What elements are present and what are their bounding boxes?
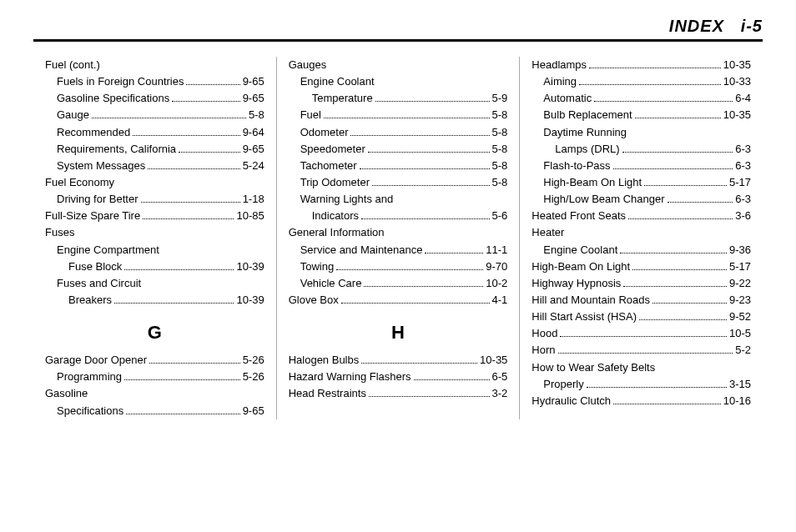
index-entry: Odometer5-8 — [289, 124, 508, 141]
index-entry-label: Fuse Block — [68, 258, 122, 275]
index-entry: System Messages5-24 — [45, 158, 264, 174]
index-entry-label: Hazard Warning Flashers — [289, 369, 411, 385]
index-entry: Trip Odometer5-8 — [289, 174, 508, 191]
index-entry-page: 5-8 — [492, 158, 508, 174]
leader-dots — [141, 202, 240, 203]
index-entry-label: How to Wear Safety Belts — [532, 359, 655, 376]
index-entry: Gauge5-8 — [45, 107, 264, 123]
index-entry-label: Tachometer — [300, 158, 357, 174]
index-entry-label: Hill and Mountain Roads — [532, 292, 650, 309]
leader-dots — [368, 152, 490, 153]
index-entry: Recommended9-64 — [45, 124, 264, 141]
index-entry: Headlamps10-35 — [532, 57, 751, 73]
index-entry: Tachometer5-8 — [289, 158, 508, 174]
index-columns: Fuel (cont.)Fuels in Foreign Countries9-… — [33, 57, 763, 419]
leader-dots — [350, 135, 489, 136]
index-entry-label: Halogen Bulbs — [289, 352, 360, 369]
leader-dots — [594, 101, 733, 102]
section-letter: G — [45, 319, 264, 347]
index-entry-page: 10-35 — [723, 57, 751, 73]
index-entry-label: Warning Lights and — [300, 191, 394, 208]
index-entry: High/Low Beam Changer6-3 — [532, 191, 751, 208]
index-entry-page: 10-39 — [236, 292, 264, 309]
index-entry-page: 9-65 — [243, 90, 264, 107]
index-entry-page: 6-4 — [735, 90, 751, 107]
leader-dots — [361, 363, 477, 364]
leader-dots — [186, 84, 239, 85]
index-entry: Full-Size Spare Tire10-85 — [45, 208, 264, 224]
leader-dots — [579, 84, 721, 85]
index-entry-label: Automatic — [543, 90, 592, 107]
index-entry-page: 3-6 — [735, 208, 751, 224]
index-entry: Glove Box4-1 — [289, 292, 508, 309]
leader-dots — [375, 101, 490, 102]
index-entry-label: Properly — [543, 376, 583, 393]
leader-dots — [622, 152, 733, 153]
index-entry-label: Hydraulic Clutch — [532, 393, 611, 409]
index-entry-label: Horn — [532, 342, 555, 359]
index-entry-label: Hood — [532, 325, 557, 342]
index-entry-label: Driving for Better — [57, 191, 139, 208]
index-entry: Towing9-70 — [289, 258, 508, 275]
index-entry: Hazard Warning Flashers6-5 — [289, 369, 508, 385]
leader-dots — [644, 185, 727, 186]
leader-dots — [425, 253, 483, 253]
index-entry: Fuels in Foreign Countries9-65 — [45, 73, 264, 90]
index-entry-page: 6-3 — [735, 141, 751, 158]
index-entry-label: Speedometer — [300, 141, 365, 158]
index-entry: How to Wear Safety Belts — [532, 359, 751, 376]
index-entry-label: Odometer — [300, 124, 349, 141]
index-entry-label: Specifications — [57, 403, 123, 419]
index-entry-label: Fuel Economy — [45, 174, 114, 191]
index-entry: Driving for Better1-18 — [45, 191, 264, 208]
index-entry-label: High-Beam On Light — [532, 258, 630, 275]
index-entry: Speedometer5-8 — [289, 141, 508, 158]
leader-dots — [589, 68, 721, 68]
index-entry-page: 5-26 — [243, 369, 264, 385]
index-entry: Fuses and Circuit — [45, 275, 264, 292]
index-entry-page: 5-9 — [492, 90, 508, 107]
leader-dots — [361, 218, 490, 219]
index-entry-label: Trip Odometer — [300, 174, 370, 191]
leader-dots — [613, 168, 733, 169]
index-entry: Programming5-26 — [45, 369, 264, 385]
index-entry-page: 10-16 — [723, 393, 751, 409]
index-entry-label: Gauge — [57, 107, 89, 123]
index-entry-page: 5-24 — [243, 158, 264, 174]
index-entry: Lamps (DRL)6-3 — [532, 141, 751, 158]
index-entry-page: 9-65 — [243, 403, 264, 419]
leader-dots — [620, 253, 727, 253]
index-entry: General Information — [289, 224, 508, 241]
index-entry-label: Heated Front Seats — [532, 208, 626, 224]
index-entry-label: Fuels in Foreign Countries — [57, 73, 184, 90]
index-entry-page: 10-5 — [729, 325, 751, 342]
index-entry: Daytime Running — [532, 124, 751, 141]
leader-dots — [143, 218, 234, 219]
index-entry-page: 10-85 — [236, 208, 264, 224]
index-entry-page: 3-2 — [492, 385, 508, 402]
index-entry-label: Engine Compartment — [57, 242, 159, 258]
header-index-label: INDEX — [669, 17, 724, 35]
index-entry-label: Headlamps — [532, 57, 587, 73]
index-entry-label: Towing — [300, 258, 334, 275]
index-entry-label: General Information — [289, 224, 385, 241]
leader-dots — [92, 118, 246, 118]
index-entry-page: 5-17 — [729, 258, 751, 275]
index-entry: Engine Coolant9-36 — [532, 242, 751, 258]
index-entry-label: Fuses — [45, 224, 74, 241]
leader-dots — [560, 336, 727, 337]
index-entry: Gasoline Specifications9-65 — [45, 90, 264, 107]
index-entry-label: Head Restraints — [289, 385, 366, 402]
index-entry: Halogen Bulbs10-35 — [289, 352, 508, 369]
index-entry: Properly3-15 — [532, 376, 751, 393]
index-entry-page: 10-2 — [486, 275, 507, 292]
leader-dots — [639, 319, 727, 320]
leader-dots — [635, 118, 721, 118]
index-entry-label: Engine Coolant — [300, 73, 375, 90]
index-entry-label: Glove Box — [289, 292, 339, 309]
index-entry-page: 5-8 — [492, 141, 508, 158]
column-1: Fuel (cont.)Fuels in Foreign Countries9-… — [33, 57, 276, 419]
index-entry-page: 9-64 — [243, 124, 264, 141]
index-entry: Highway Hypnosis9-22 — [532, 275, 751, 292]
index-entry-label: Gauges — [289, 57, 327, 73]
